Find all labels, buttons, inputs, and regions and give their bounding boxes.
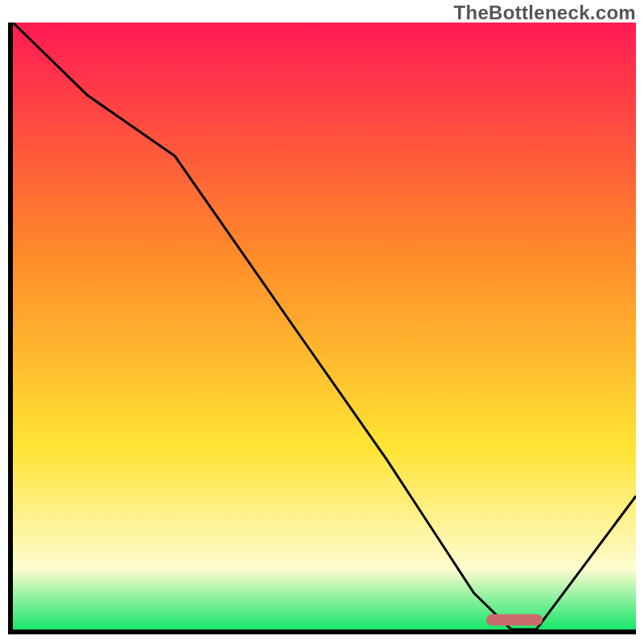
curve-layer — [13, 23, 636, 630]
chart-root: TheBottleneck.com — [0, 0, 644, 644]
bottleneck-curve — [13, 23, 636, 630]
watermark-text: TheBottleneck.com — [454, 2, 636, 24]
optimal-range-marker — [486, 614, 543, 625]
plot-area — [8, 23, 636, 634]
